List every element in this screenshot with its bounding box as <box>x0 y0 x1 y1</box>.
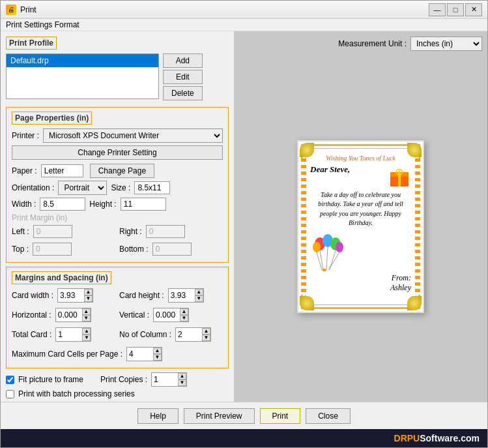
width-input[interactable] <box>40 198 85 211</box>
left-input <box>33 225 72 238</box>
card-height-spinner[interactable]: ▲ ▼ <box>168 288 204 303</box>
card-height-row: Card height : ▲ ▼ <box>119 288 223 303</box>
size-input[interactable] <box>134 181 170 194</box>
printer-row: Printer : Microsoft XPS Document Writer <box>12 128 223 143</box>
minimize-button[interactable]: — <box>429 3 446 16</box>
add-button[interactable]: Add <box>163 53 203 68</box>
vertical-arrows[interactable]: ▲ ▼ <box>180 308 188 321</box>
svg-point-8 <box>313 242 321 252</box>
svg-line-13 <box>317 252 322 270</box>
card-header-row: Dear Steve, <box>310 164 411 188</box>
svg-point-4 <box>398 171 401 173</box>
horizontal-arrows[interactable]: ▲ ▼ <box>82 308 91 321</box>
vertical-spinner[interactable]: ▲ ▼ <box>153 308 189 322</box>
bottom-margin-row: Bottom : <box>119 243 223 256</box>
dimensions-row: Width : Height : <box>12 198 223 211</box>
close-button[interactable]: Close <box>306 408 351 424</box>
column-up[interactable]: ▲ <box>202 328 210 335</box>
vertical-up[interactable]: ▲ <box>180 308 188 315</box>
fit-picture-checkbox[interactable] <box>6 376 14 384</box>
card-width-spinner[interactable]: ▲ ▼ <box>57 288 93 303</box>
max-card-spinner[interactable]: ▲ ▼ <box>126 347 162 361</box>
change-page-button[interactable]: Change Page <box>90 164 154 178</box>
card-body: Take a day off to celebrate you birthday… <box>310 190 411 228</box>
paper-input[interactable] <box>41 164 83 177</box>
max-card-input[interactable] <box>127 348 153 361</box>
edit-button[interactable]: Edit <box>163 70 203 84</box>
card-width-row: Card width : ▲ ▼ <box>12 288 115 303</box>
profile-item[interactable]: Default.drp <box>7 54 158 67</box>
batch-label: Print with batch processing series <box>18 389 135 398</box>
max-card-up[interactable]: ▲ <box>153 348 162 354</box>
height-input[interactable] <box>121 198 166 211</box>
top-margin-row: Top : <box>12 243 115 256</box>
change-printer-button[interactable]: Change Printer Setting <box>12 145 223 160</box>
horizontal-up[interactable]: ▲ <box>82 308 91 315</box>
printer-label: Printer : <box>12 131 39 140</box>
vertical-down[interactable]: ▼ <box>180 315 188 321</box>
total-card-label: Total Card : <box>12 330 51 339</box>
total-card-arrows[interactable]: ▲ ▼ <box>82 328 91 341</box>
print-margin-title: Print Margin (in) <box>12 213 223 222</box>
print-copies-input[interactable] <box>152 373 178 386</box>
print-preview-button[interactable]: Print Preview <box>184 408 255 424</box>
total-card-down[interactable]: ▼ <box>82 335 91 341</box>
print-button[interactable]: Print <box>260 408 301 424</box>
maximize-button[interactable]: □ <box>447 3 464 16</box>
column-arrows[interactable]: ▲ ▼ <box>202 328 210 341</box>
margin-grid: Left : Right : Top : Bottom : <box>12 225 223 258</box>
print-copies-up[interactable]: ▲ <box>178 373 186 380</box>
help-button[interactable]: Help <box>137 408 179 424</box>
column-row: No of Column : ▲ ▼ <box>119 327 223 342</box>
horizontal-spinner[interactable]: ▲ ▼ <box>55 308 91 322</box>
total-card-row: Total Card : ▲ ▼ <box>12 327 115 342</box>
delete-button[interactable]: Delete <box>163 86 203 100</box>
max-card-row: Maximum Card Cells per Page : ▲ ▼ <box>12 347 223 361</box>
card-height-up[interactable]: ▲ <box>195 289 203 295</box>
window-title: Print <box>20 5 429 14</box>
max-card-down[interactable]: ▼ <box>153 354 162 361</box>
window-controls: — □ ✕ <box>429 3 482 16</box>
close-button[interactable]: ✕ <box>465 3 482 16</box>
profile-list[interactable]: Default.drp <box>6 53 159 99</box>
print-copies-label: Print Copies : <box>100 375 147 384</box>
margins-spacing-section: Margins and Spacing (in) Card width : ▲ … <box>6 267 229 368</box>
column-spinner[interactable]: ▲ ▼ <box>175 327 211 342</box>
print-copies-down[interactable]: ▼ <box>178 380 186 386</box>
horizontal-input[interactable] <box>56 308 82 321</box>
horizontal-down[interactable]: ▼ <box>82 315 91 321</box>
app-icon: 🖨 <box>6 5 16 15</box>
card-height-arrows[interactable]: ▲ ▼ <box>195 289 203 302</box>
measurement-select[interactable]: Inches (in) Millimeters (mm) Centimeters… <box>410 37 482 51</box>
right-input <box>146 225 185 238</box>
card-width-arrows[interactable]: ▲ ▼ <box>84 289 93 302</box>
column-input[interactable] <box>176 328 202 341</box>
footer-bar: Help Print Preview Print Close <box>1 402 487 429</box>
size-label: Size : <box>111 183 130 192</box>
print-copies-arrows[interactable]: ▲ ▼ <box>178 373 186 386</box>
card-dear: Dear Steve, <box>310 164 350 175</box>
left-label: Left : <box>12 227 29 236</box>
column-down[interactable]: ▼ <box>202 335 210 341</box>
total-card-input[interactable] <box>56 328 82 341</box>
measurement-bar: Measurement Unit : Inches (in) Millimete… <box>239 37 482 51</box>
max-card-arrows[interactable]: ▲ ▼ <box>153 348 162 361</box>
svg-line-11 <box>326 247 328 270</box>
column-label: No of Column : <box>119 330 171 339</box>
orientation-select[interactable]: Portrait <box>58 181 107 195</box>
card-width-down[interactable]: ▼ <box>84 295 93 302</box>
vertical-input[interactable] <box>154 308 180 321</box>
total-card-up[interactable]: ▲ <box>82 328 91 335</box>
card-height-input[interactable] <box>169 289 195 302</box>
card-width-input[interactable] <box>58 289 84 302</box>
card-from-name: Ashley <box>310 283 411 293</box>
total-card-spinner[interactable]: ▲ ▼ <box>55 327 91 342</box>
card-height-down[interactable]: ▼ <box>195 295 203 302</box>
print-profile-section: Print Profile Default.drp Add Edit Delet… <box>6 37 229 102</box>
card-width-up[interactable]: ▲ <box>84 289 93 295</box>
printer-select[interactable]: Microsoft XPS Document Writer <box>43 128 223 143</box>
batch-checkbox[interactable] <box>6 390 14 398</box>
gift-icon <box>388 164 411 188</box>
orientation-row: Orientation : Portrait Size : <box>12 181 223 195</box>
print-copies-spinner[interactable]: ▲ ▼ <box>151 372 187 387</box>
